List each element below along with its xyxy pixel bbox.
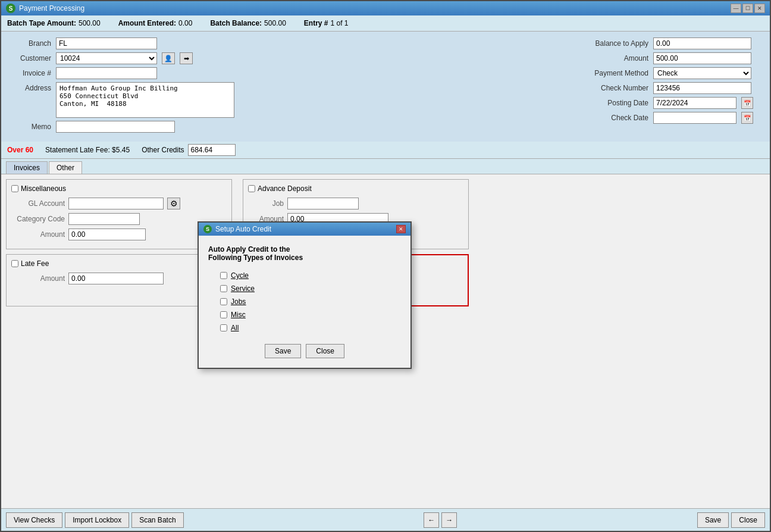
check-date-label: Check Date: [577, 114, 648, 122]
view-checks-button[interactable]: View Checks: [6, 512, 62, 528]
all-label: All: [231, 324, 239, 332]
other-credits-input[interactable]: [188, 144, 236, 156]
customer-select[interactable]: 10024: [56, 52, 157, 64]
tab-other[interactable]: Other: [49, 161, 82, 174]
title-bar: S Payment Processing — ☐ ✕: [1, 1, 770, 15]
gl-account-icon-btn[interactable]: ⚙: [167, 198, 180, 209]
all-checkbox[interactable]: [220, 324, 227, 331]
check-date-calendar-btn[interactable]: 📅: [741, 112, 753, 124]
entry-label: Entry #: [304, 19, 328, 27]
modal-header-text: Auto Apply Credit to the Following Types…: [208, 245, 401, 262]
posting-date-label: Posting Date: [577, 99, 648, 107]
check-number-input[interactable]: [653, 82, 751, 94]
overdue-status: Over 60: [7, 146, 33, 154]
late-fee-title: Late Fee: [21, 259, 49, 268]
category-code-label: Category Code: [11, 215, 65, 223]
cycle-label: Cycle: [231, 271, 249, 280]
late-fee-amount-label: Amount: [11, 274, 65, 283]
branch-label: Branch: [10, 39, 51, 48]
save-button[interactable]: Save: [697, 512, 729, 528]
window-title: Payment Processing: [19, 4, 84, 12]
modal-close-button[interactable]: ✕: [396, 225, 406, 233]
payment-method-select[interactable]: Check Cash Credit Card EFT: [653, 67, 751, 79]
memo-label: Memo: [10, 123, 51, 131]
modal-invoice-types: Cycle Service Jobs Misc All: [220, 271, 401, 332]
posting-date-input[interactable]: [653, 97, 736, 109]
tab-invoices[interactable]: Invoices: [6, 161, 48, 174]
late-fee-checkbox[interactable]: [11, 260, 18, 267]
job-label: Job: [248, 199, 284, 208]
payment-method-label: Payment Method: [577, 69, 648, 77]
cycle-checkbox[interactable]: [220, 272, 227, 279]
other-credits-label: Other Credits: [142, 146, 184, 154]
batch-balance-label: Batch Balance:: [210, 19, 262, 27]
address-field[interactable]: Hoffman Auto Group Inc Billing 650 Conne…: [56, 82, 234, 118]
customer-icon-btn1[interactable]: 👤: [162, 52, 175, 64]
main-window: S Payment Processing — ☐ ✕ Batch Tape Am…: [0, 0, 771, 532]
next-nav-button[interactable]: →: [441, 512, 457, 528]
close-window-button[interactable]: ✕: [754, 4, 765, 13]
gl-account-label: GL Account: [11, 199, 65, 208]
prev-nav-button[interactable]: ←: [424, 512, 439, 528]
jobs-label: Jobs: [231, 298, 246, 306]
amount-input[interactable]: [653, 52, 751, 64]
check-number-label: Check Number: [577, 84, 648, 92]
minimize-button[interactable]: —: [731, 4, 741, 13]
invoice-input[interactable]: [56, 67, 157, 79]
modal-content: Auto Apply Credit to the Following Types…: [199, 236, 410, 368]
modal-icon: S: [203, 225, 212, 233]
scan-batch-button[interactable]: Scan Batch: [131, 512, 183, 528]
gl-account-input[interactable]: [68, 198, 164, 209]
advance-title: Advance Deposit: [258, 184, 312, 193]
invoice-label: Invoice #: [10, 69, 51, 77]
tabs-row: Invoices Other: [1, 159, 770, 174]
advance-checkbox[interactable]: [248, 185, 255, 192]
late-fee-amount-input[interactable]: [68, 273, 164, 284]
late-fee-status: Statement Late Fee: $5.45: [45, 146, 130, 154]
check-date-input[interactable]: [653, 112, 736, 124]
misc-title: Miscellaneous: [21, 184, 66, 193]
balance-label: Balance to Apply: [577, 39, 648, 48]
misc-amount-input[interactable]: [68, 229, 146, 240]
batch-balance-value: 500.00: [264, 19, 286, 27]
misc-modal-checkbox[interactable]: [220, 311, 227, 318]
balance-input[interactable]: [653, 37, 751, 49]
jobs-checkbox[interactable]: [220, 298, 227, 305]
amount-label: Amount: [577, 54, 648, 62]
close-button[interactable]: Close: [731, 512, 765, 528]
modal-title-bar: S Setup Auto Credit ✕: [199, 223, 410, 236]
memo-input[interactable]: [56, 121, 175, 133]
status-row: Over 60 Statement Late Fee: $5.45 Other …: [1, 142, 770, 159]
customer-label: Customer: [10, 54, 51, 62]
setup-auto-credit-modal: S Setup Auto Credit ✕ Auto Apply Credit …: [198, 221, 412, 369]
job-input[interactable]: [287, 198, 359, 209]
top-bar: Batch Tape Amount: 500.00 Amount Entered…: [1, 15, 770, 32]
modal-save-button[interactable]: Save: [265, 344, 301, 358]
posting-date-calendar-btn[interactable]: 📅: [741, 97, 753, 109]
misc-amount-label: Amount: [11, 230, 65, 239]
maximize-button[interactable]: ☐: [742, 4, 753, 13]
amount-entered-value: 0.00: [178, 19, 192, 27]
modal-close-btn[interactable]: Close: [306, 344, 344, 358]
branch-input[interactable]: [56, 37, 157, 49]
batch-tape-value: 500.00: [79, 19, 101, 27]
bottom-bar: View Checks Import Lockbox Scan Batch ← …: [1, 508, 770, 531]
service-checkbox[interactable]: [220, 285, 227, 292]
misc-checkbox[interactable]: [11, 185, 18, 192]
app-icon: S: [6, 4, 15, 13]
batch-tape-label: Batch Tape Amount:: [7, 19, 76, 27]
import-lockbox-button[interactable]: Import Lockbox: [65, 512, 129, 528]
misc-modal-label: Misc: [231, 311, 246, 319]
customer-icon-btn2[interactable]: ➡: [180, 52, 193, 64]
service-label: Service: [231, 284, 255, 293]
amount-entered-label: Amount Entered:: [118, 19, 176, 27]
category-code-input[interactable]: [68, 213, 140, 225]
address-label: Address: [10, 84, 51, 92]
modal-title: Setup Auto Credit: [215, 225, 271, 233]
entry-value: 1 of 1: [331, 19, 349, 27]
